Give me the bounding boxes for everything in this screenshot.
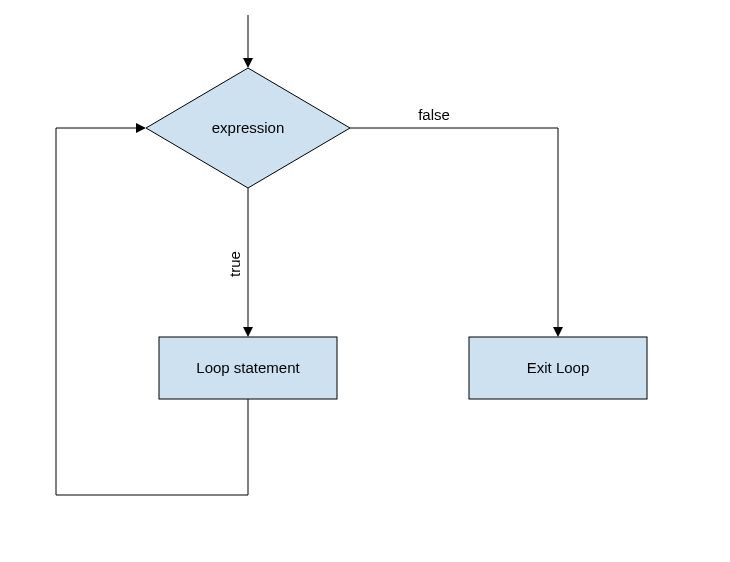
exit-loop-label: Exit Loop bbox=[527, 359, 590, 376]
loop-statement-label: Loop statement bbox=[196, 359, 300, 376]
arrowhead-true bbox=[243, 327, 253, 337]
decision-label: expression bbox=[212, 119, 285, 136]
arrowhead-false bbox=[553, 327, 563, 337]
arrowhead-entry bbox=[243, 58, 253, 68]
arrowhead-feedback bbox=[136, 123, 146, 133]
flowchart-diagram: expression false true Loop statement Exi… bbox=[0, 0, 730, 562]
false-label: false bbox=[418, 106, 450, 123]
true-label: true bbox=[226, 251, 243, 277]
